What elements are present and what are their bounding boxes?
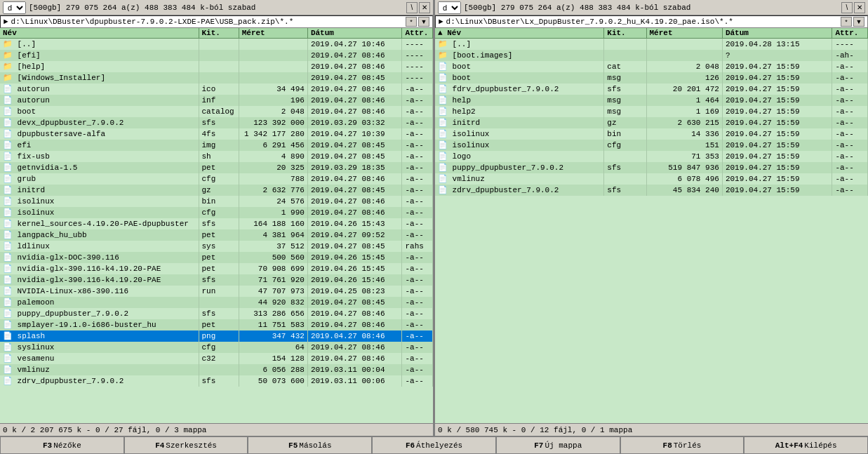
- table-row[interactable]: 📄 kernel_sources-4.19.20-PAE-dpupbuster …: [0, 218, 433, 229]
- file-size: 4 890: [239, 151, 307, 162]
- bottom-btn-f7[interactable]: F7Új mappa: [496, 436, 620, 454]
- file-name: 📄 devx_dpupbuster_7.9.0.2: [0, 117, 199, 128]
- table-row[interactable]: 📄 isolinux cfg 151 2019.04.27 15:59 -a--: [435, 140, 868, 151]
- right-close-btn[interactable]: ✕: [854, 2, 865, 13]
- table-row[interactable]: 📄 boot msg 126 2019.04.27 15:59 -a--: [435, 72, 868, 84]
- table-row[interactable]: 📄 help2 msg 1 169 2019.04.27 15:59 -a--: [435, 106, 868, 117]
- left-drive-select[interactable]: d: [3, 1, 26, 14]
- file-date: 2019.04.26 15:45: [307, 263, 402, 274]
- left-col-name[interactable]: Név: [0, 28, 199, 39]
- table-row[interactable]: 📄 palemoon 44 920 832 2019.04.27 08:45 -…: [0, 297, 433, 308]
- right-wildcard-btn[interactable]: *: [841, 17, 852, 27]
- table-row[interactable]: 📄 langpack_hu_ubb pet 4 381 964 2019.04.…: [0, 229, 433, 241]
- left-path-input[interactable]: [11, 18, 406, 26]
- right-col-date[interactable]: Dátum: [722, 28, 832, 39]
- file-attr: -a--: [832, 61, 868, 72]
- file-name: 📄 logo: [435, 151, 604, 162]
- right-dropdown-btn[interactable]: ▼: [853, 17, 864, 27]
- right-col-size[interactable]: Méret: [646, 28, 722, 39]
- right-path-input[interactable]: [446, 18, 841, 26]
- table-row[interactable]: 📄 NVIDIA-Linux-x86-390.116 run 47 707 97…: [0, 286, 433, 297]
- table-row[interactable]: 📄 syslinux cfg 64 2019.04.27 08:46 -a--: [0, 342, 433, 353]
- table-row[interactable]: 📄 isolinux bin 14 336 2019.04.27 15:59 -…: [435, 128, 868, 140]
- table-row[interactable]: 📄 zdrv_dpupbuster_7.9.0.2 sfs 50 073 600…: [0, 375, 433, 387]
- left-filter-btn[interactable]: \: [406, 2, 418, 13]
- left-col-attr[interactable]: Attr.: [402, 28, 433, 39]
- bottom-btn-f3[interactable]: F3Nézőke: [0, 436, 124, 454]
- right-file-list[interactable]: ▲ Név Kit. Méret Dátum Attr. 📁 [..] 2019…: [435, 28, 868, 423]
- table-row[interactable]: 📄 autorun inf 196 2019.04.27 08:46 -a--: [0, 95, 433, 106]
- bottom-btn-alt-f4[interactable]: Alt+F4Kilépés: [744, 436, 868, 454]
- file-date: 2019.04.27 15:59: [722, 117, 832, 128]
- bottom-btn-f6[interactable]: F6Áthelyezés: [372, 436, 496, 454]
- bottom-btn-f5[interactable]: F5Másolás: [248, 436, 372, 454]
- table-row[interactable]: 📄 logo 71 353 2019.04.27 15:59 -a--: [435, 151, 868, 162]
- table-row[interactable]: 📄 grub cfg 788 2019.04.27 08:46 -a--: [0, 173, 433, 185]
- table-row[interactable]: 📄 boot cat 2 048 2019.04.27 15:59 -a--: [435, 61, 868, 72]
- left-col-date[interactable]: Dátum: [307, 28, 402, 39]
- table-row[interactable]: 📄 ldlinux sys 37 512 2019.04.27 08:45 ra…: [0, 241, 433, 252]
- table-row[interactable]: 📁 [help] 2019.04.27 08:46 ----: [0, 61, 433, 72]
- table-row[interactable]: 📄 getnvidia-1.5 pet 20 325 2019.03.29 18…: [0, 162, 433, 173]
- file-date: 2019.04.27 08:46: [307, 84, 402, 95]
- table-row[interactable]: 📄 vesamenu c32 154 128 2019.04.27 08:46 …: [0, 353, 433, 364]
- table-row[interactable]: 📄 devx_dpupbuster_7.9.0.2 sfs 123 392 00…: [0, 117, 433, 128]
- table-row[interactable]: 📄 initrd gz 2 630 215 2019.04.27 15:59 -…: [435, 117, 868, 128]
- file-size: 519 847 936: [646, 162, 722, 173]
- bottom-btn-f4[interactable]: F4Szerkesztés: [124, 436, 248, 454]
- table-row[interactable]: 📄 isolinux bin 24 576 2019.04.27 08:46 -…: [0, 196, 433, 207]
- left-file-list[interactable]: Név Kit. Méret Dátum Attr. 📁 [..] 2019.0…: [0, 28, 433, 423]
- file-kit: cfg: [199, 342, 239, 353]
- left-col-kit[interactable]: Kit.: [199, 28, 239, 39]
- table-row[interactable]: 📄 nvidia-glx-390.116-k4.19.20-PAE sfs 71…: [0, 274, 433, 286]
- file-kit: sfs: [199, 117, 239, 128]
- file-attr: ----: [832, 39, 868, 50]
- table-row[interactable]: 📄 fix-usb sh 4 890 2019.04.27 08:45 -a--: [0, 151, 433, 162]
- file-attr: -a--: [402, 342, 433, 353]
- table-row[interactable]: 📁 [Windows_Installer] 2019.04.27 08:45 -…: [0, 72, 433, 84]
- table-row[interactable]: 📄 boot catalog 2 048 2019.04.27 08:46 -a…: [0, 106, 433, 117]
- table-row[interactable]: 📄 dpupbustersave-alfa 4fs 1 342 177 280 …: [0, 128, 433, 140]
- file-size: 2 630 215: [646, 117, 722, 128]
- file-kit: sh: [199, 151, 239, 162]
- right-col-kit[interactable]: Kit.: [604, 28, 646, 39]
- table-row[interactable]: 📁 [..] 2019.04.28 13:15 ----: [435, 39, 868, 50]
- table-row[interactable]: 📄 puppy_dpupbuster_7.9.0.2 sfs 313 286 6…: [0, 308, 433, 319]
- table-row[interactable]: 📄 help msg 1 464 2019.04.27 15:59 -a--: [435, 95, 868, 106]
- right-filter-btn[interactable]: \: [841, 2, 853, 13]
- table-row[interactable]: 📄 efi img 6 291 456 2019.04.27 08:45 -a-…: [0, 140, 433, 151]
- table-row[interactable]: 📁 [boot.images] ? -ah-: [435, 50, 868, 61]
- file-size: 2 632 776: [239, 185, 307, 196]
- table-row[interactable]: 📄 zdrv_dpupbuster_7.9.0.2 sfs 45 834 240…: [435, 185, 868, 196]
- table-row[interactable]: 📄 vmlinuz 6 056 288 2019.03.11 00:04 -a-…: [0, 364, 433, 375]
- right-drive-select[interactable]: d: [438, 1, 461, 14]
- table-row[interactable]: 📁 [..] 2019.04.27 10:46 ----: [0, 39, 433, 50]
- file-attr: -a--: [832, 173, 868, 185]
- table-row[interactable]: 📄 smplayer-19.1.0-i686-buster_hu pet 11 …: [0, 319, 433, 331]
- file-date: 2019.04.27 15:59: [722, 140, 832, 151]
- file-kit: gz: [604, 117, 646, 128]
- table-row[interactable]: 📄 autorun ico 34 494 2019.04.27 08:46 -a…: [0, 84, 433, 95]
- table-row[interactable]: 📄 isolinux cfg 1 990 2019.04.27 08:46 -a…: [0, 207, 433, 218]
- table-row[interactable]: 📄 vmlinuz 6 078 496 2019.04.27 15:59 -a-…: [435, 173, 868, 185]
- left-dropdown-btn[interactable]: ▼: [418, 17, 429, 27]
- left-col-size[interactable]: Méret: [239, 28, 307, 39]
- left-wildcard-btn[interactable]: *: [406, 17, 417, 27]
- table-row[interactable]: 📄 fdrv_dpupbuster_7.9.0.2 sfs 20 201 472…: [435, 84, 868, 95]
- file-size: 1 169: [646, 106, 722, 117]
- file-kit: img: [199, 140, 239, 151]
- file-name: 📄 langpack_hu_ubb: [0, 229, 199, 241]
- file-size: 500 560: [239, 252, 307, 263]
- left-close-btn[interactable]: ✕: [419, 2, 430, 13]
- table-row[interactable]: 📄 puppy_dpupbuster_7.9.0.2 sfs 519 847 9…: [435, 162, 868, 173]
- table-row[interactable]: 📄 initrd gz 2 632 776 2019.04.27 08:45 -…: [0, 185, 433, 196]
- file-kit: pet: [199, 319, 239, 331]
- table-row[interactable]: 📄 splash png 347 432 2019.04.27 08:46 -a…: [0, 331, 433, 342]
- bottom-btn-f8[interactable]: F8Törlés: [620, 436, 745, 454]
- table-row[interactable]: 📄 nvidia-glx-390.116-k4.19.20-PAE pet 70…: [0, 263, 433, 274]
- right-col-attr[interactable]: Attr.: [832, 28, 868, 39]
- right-col-name[interactable]: ▲ Név: [435, 28, 604, 39]
- file-kit: catalog: [199, 106, 239, 117]
- table-row[interactable]: 📄 nvidia-glx-DOC-390.116 pet 500 560 201…: [0, 252, 433, 263]
- table-row[interactable]: 📁 [efi] 2019.04.27 08:46 ----: [0, 50, 433, 61]
